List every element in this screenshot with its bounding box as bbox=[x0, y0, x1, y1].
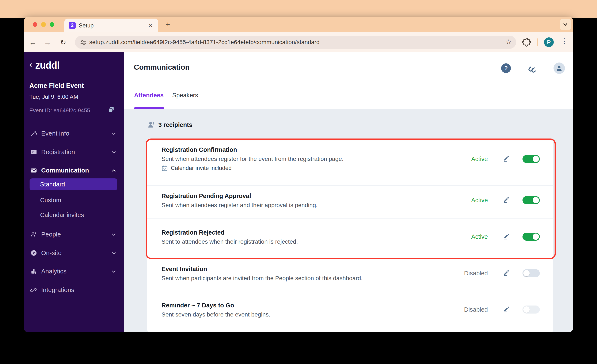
row-divider bbox=[147, 290, 553, 290]
zuddl-logo[interactable]: ‹ zuddl bbox=[29, 60, 60, 71]
sidebar-subitem-label: Standard bbox=[40, 181, 65, 188]
email-toggle[interactable] bbox=[522, 155, 540, 163]
email-toggle[interactable] bbox=[522, 269, 540, 277]
window-close-button[interactable] bbox=[33, 22, 37, 27]
email-toggle[interactable] bbox=[522, 196, 540, 204]
edit-pencil-icon[interactable] bbox=[503, 155, 510, 162]
chevron-down-icon bbox=[111, 150, 117, 155]
share-link-icon[interactable] bbox=[527, 63, 539, 75]
event-id: Event ID: ea649f2c-9455... bbox=[29, 107, 94, 114]
site-info-icon[interactable] bbox=[80, 39, 86, 46]
tab-close-icon[interactable]: ✕ bbox=[147, 22, 154, 29]
tab-search-chevron-button[interactable] bbox=[560, 19, 571, 30]
email-description: Sent when attendees register and their a… bbox=[162, 202, 317, 209]
email-row-registration-rejected: Registration Rejected Sent to attendees … bbox=[147, 229, 553, 259]
desktop-wallpaper bbox=[0, 0, 597, 18]
tab-speakers[interactable]: Speakers bbox=[172, 92, 198, 99]
badge-label: Calendar invite included bbox=[171, 165, 232, 171]
browser-profile-avatar[interactable]: P bbox=[544, 37, 554, 47]
sidebar-item-label: Analytics bbox=[41, 268, 66, 275]
email-description: Sent when attendees register for the eve… bbox=[162, 156, 344, 162]
email-row-registration-pending-approval: Registration Pending Approval Sent when … bbox=[147, 193, 553, 218]
status-label: Active bbox=[446, 156, 488, 163]
address-bar[interactable]: setup.zuddl.com/field/ea649f2c-9455-4a4d… bbox=[75, 36, 516, 49]
sidebar-subitem-calendar-invites[interactable]: Calendar invites bbox=[40, 212, 84, 219]
edit-pencil-icon[interactable] bbox=[503, 232, 510, 240]
sidebar: ‹ zuddl Acme Field Event Tue, Jul 9, 6:0… bbox=[24, 52, 124, 332]
event-name: Acme Field Event bbox=[29, 82, 84, 89]
email-row-registration-confirmation: Registration Confirmation Sent when atte… bbox=[147, 146, 553, 185]
sidebar-item-integrations[interactable]: Integrations bbox=[24, 284, 124, 296]
chevron-up-icon bbox=[111, 168, 117, 173]
email-description: Sent when participants are invited from … bbox=[162, 275, 363, 282]
email-description: Sent seven days before the event begins. bbox=[162, 311, 270, 318]
email-title: Reminder ~ 7 Days to Go bbox=[162, 302, 234, 309]
browser-menu-icon[interactable]: ⋮ bbox=[561, 37, 568, 45]
person-icon bbox=[556, 65, 563, 72]
bookmark-star-icon[interactable]: ☆ bbox=[506, 38, 511, 45]
main-panel: Communication ? Attendees Speakers 3 rec… bbox=[124, 52, 573, 332]
wand-icon bbox=[30, 130, 38, 137]
calendar-invite-badge: Calendar invite included bbox=[162, 165, 232, 171]
email-toggle[interactable] bbox=[522, 306, 540, 314]
browser-tab[interactable]: 2 Setup ✕ bbox=[64, 19, 158, 32]
status-label: Active bbox=[446, 233, 488, 240]
status-label: Active bbox=[446, 197, 488, 204]
tab-title: Setup bbox=[79, 22, 94, 29]
email-toggle[interactable] bbox=[522, 233, 540, 241]
sidebar-item-registration[interactable]: Registration bbox=[24, 146, 124, 158]
screen: 2 Setup ✕ + ← → ↻ setup.zuddl.com/field/… bbox=[0, 0, 597, 364]
sidebar-item-people[interactable]: People bbox=[24, 229, 124, 240]
event-datetime: Tue, Jul 9, 6:00 AM bbox=[29, 94, 78, 100]
sidebar-subitem-custom[interactable]: Custom bbox=[40, 197, 61, 204]
chevron-down-icon bbox=[111, 232, 117, 237]
tab-bar: Attendees Speakers bbox=[124, 83, 573, 109]
row-divider bbox=[147, 185, 553, 186]
back-button[interactable]: ← bbox=[28, 38, 37, 47]
help-icon[interactable]: ? bbox=[501, 63, 511, 73]
compass-icon bbox=[30, 249, 38, 257]
edit-pencil-icon[interactable] bbox=[503, 305, 510, 313]
window-minimize-button[interactable] bbox=[41, 22, 46, 27]
app-area: ‹ zuddl Acme Field Event Tue, Jul 9, 6:0… bbox=[24, 52, 573, 332]
chevron-down-icon bbox=[111, 131, 117, 136]
page-header: Communication ? bbox=[124, 52, 573, 83]
toolbar-divider bbox=[537, 39, 538, 46]
reload-button[interactable]: ↻ bbox=[58, 38, 68, 47]
toggle-knob bbox=[533, 234, 539, 240]
edit-pencil-icon[interactable] bbox=[503, 269, 510, 277]
email-list: Registration Confirmation Sent when atte… bbox=[147, 140, 553, 332]
toggle-knob bbox=[533, 156, 539, 162]
url-text[interactable]: setup.zuddl.com/field/ea649f2c-9455-4a4d… bbox=[89, 39, 320, 46]
active-tab-underline bbox=[134, 107, 164, 109]
sidebar-item-event-info[interactable]: Event info bbox=[24, 127, 124, 139]
sidebar-item-label: People bbox=[41, 231, 61, 238]
new-tab-button[interactable]: + bbox=[163, 20, 173, 29]
row-divider bbox=[147, 327, 553, 327]
mail-icon bbox=[30, 167, 38, 174]
calendar-check-icon bbox=[162, 165, 168, 171]
tab-attendees[interactable]: Attendees bbox=[134, 92, 164, 99]
sidebar-item-analytics[interactable]: Analytics bbox=[24, 265, 124, 277]
sidebar-subitem-standard[interactable]: Standard bbox=[30, 178, 117, 190]
sidebar-item-label: Event info bbox=[41, 130, 69, 137]
logo-text: zuddl bbox=[35, 60, 60, 71]
toggle-knob bbox=[533, 197, 539, 203]
user-avatar[interactable] bbox=[554, 63, 565, 74]
chevron-down-icon bbox=[111, 250, 117, 256]
recipients-count: 3 recipients bbox=[158, 121, 192, 128]
recipients-people-icon bbox=[147, 120, 156, 129]
sidebar-item-communication[interactable]: Communication bbox=[24, 165, 124, 176]
sidebar-item-on-site[interactable]: On-site bbox=[24, 247, 124, 259]
browser-tab-strip: 2 Setup ✕ + bbox=[24, 17, 573, 32]
forward-button[interactable]: → bbox=[43, 38, 52, 47]
back-chevron-icon[interactable]: ‹ bbox=[29, 59, 32, 70]
copy-icon[interactable] bbox=[107, 106, 115, 113]
row-divider bbox=[147, 218, 553, 219]
content-area: 3 recipients Registration Confirmation S… bbox=[124, 109, 573, 332]
email-description: Sent to attendees when their registratio… bbox=[162, 238, 298, 245]
extensions-puzzle-icon[interactable] bbox=[521, 37, 531, 47]
edit-pencil-icon[interactable] bbox=[503, 196, 510, 204]
toggle-knob bbox=[523, 270, 530, 276]
window-zoom-button[interactable] bbox=[50, 22, 54, 27]
